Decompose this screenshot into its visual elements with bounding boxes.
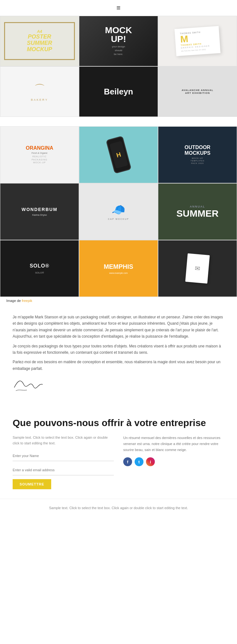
gallery-item-phone[interactable]: H [79, 126, 158, 183]
gallery-row-2: ⌒ BAKERY Beileyn AVALANCHE ANNUALART EXH… [0, 66, 237, 117]
email-input[interactable] [13, 465, 114, 475]
gallery-item-billboard[interactable]: MOCK UP! your designshouldbe here. [79, 16, 158, 66]
about-paragraph-2: Je conçois des packagings de tous types … [13, 343, 224, 356]
facebook-icon[interactable]: f [123, 457, 132, 466]
gallery-item-outdoor[interactable]: OUTDOORMOCKUPS MOCK-UPTEMPLATESPACK 2020 [158, 126, 237, 183]
twitter-icon[interactable]: t [135, 457, 143, 466]
offer-left: Sample text. Click to select the text bo… [13, 435, 114, 489]
offer-right-text: Un résumé mensuel des dernières nouvelle… [123, 435, 224, 453]
caption-link[interactable]: freepik [22, 299, 32, 303]
gallery-item-memphis[interactable]: MEMPHIS www.example.com [79, 240, 158, 297]
signature [13, 375, 224, 395]
gallery-row-3: ORANGINA Fresh & Organic REALISTICPACKAG… [0, 126, 237, 183]
offer-content: Sample text. Click to select the text bo… [13, 435, 224, 489]
gallery-item-bag[interactable]: ⌒ BAKERY [0, 66, 79, 117]
gallery-row-5: SOLO® SOLO® MEMPHIS www.example.com ✉ [0, 240, 237, 297]
social-icons: f t i [123, 457, 224, 466]
about-section: Je m'appelle Mark Stanson et je suis un … [0, 304, 237, 408]
submit-button[interactable]: SOUMETTRE [13, 479, 51, 489]
about-paragraph-1: Je m'appelle Mark Stanson et je suis un … [13, 314, 224, 340]
offer-sample-text: Sample text. Click to select the text bo… [13, 435, 114, 446]
gallery-item-letter[interactable]: ✉ [158, 240, 237, 297]
about-paragraph-3: Parlez-moi de vos besoins en matière de … [13, 359, 224, 372]
footer-text: Sample text. Click to select the text bo… [13, 505, 224, 511]
instagram-icon[interactable]: i [146, 457, 155, 466]
hamburger-icon[interactable]: ≡ [117, 4, 121, 12]
gallery-row-4: WONDERBUM Karina Dryso 🧢 CAP MOCKUP ANNU… [0, 183, 237, 240]
gallery-item-sign[interactable]: Beileyn [79, 66, 158, 117]
gallery-section: A4 POSTER SUMMER MOCKUP MOCK UP! your de… [0, 16, 237, 297]
name-input[interactable] [13, 451, 114, 461]
gallery-item-business-card[interactable]: THOMAS SMITH M THOMAS SMITH GRAPHIC DESI… [158, 16, 237, 66]
gallery-item-poster[interactable]: A4 POSTER SUMMER MOCKUP [0, 16, 79, 66]
about-text: Je m'appelle Mark Stanson et je suis un … [13, 314, 224, 372]
page-footer: Sample text. Click to select the text bo… [0, 499, 237, 517]
caption-prefix: Image de [6, 299, 22, 303]
page-header: ≡ [0, 0, 237, 16]
offer-section: Que pouvons-nous offrir à votre entrepri… [0, 408, 237, 499]
gallery-item-cap[interactable]: 🧢 CAP MOCKUP [79, 183, 158, 240]
gallery-item-exhibition[interactable]: AVALANCHE ANNUALART EXHIBITION [158, 66, 237, 117]
offer-right: Un résumé mensuel des dernières nouvelle… [123, 435, 224, 489]
gallery-item-summer[interactable]: ANNUAL SUMMER [158, 183, 237, 240]
gallery-item-cup[interactable]: ORANGINA Fresh & Organic REALISTICPACKAG… [0, 126, 79, 183]
gallery-item-solo[interactable]: SOLO® SOLO® [0, 240, 79, 297]
offer-title: Que pouvons-nous offrir à votre entrepri… [13, 417, 224, 429]
image-caption: Image de freepik [0, 297, 237, 304]
gallery-gap [0, 117, 237, 126]
gallery-row-1: A4 POSTER SUMMER MOCKUP MOCK UP! your de… [0, 16, 237, 66]
gallery-item-wonderbum[interactable]: WONDERBUM Karina Dryso [0, 183, 79, 240]
